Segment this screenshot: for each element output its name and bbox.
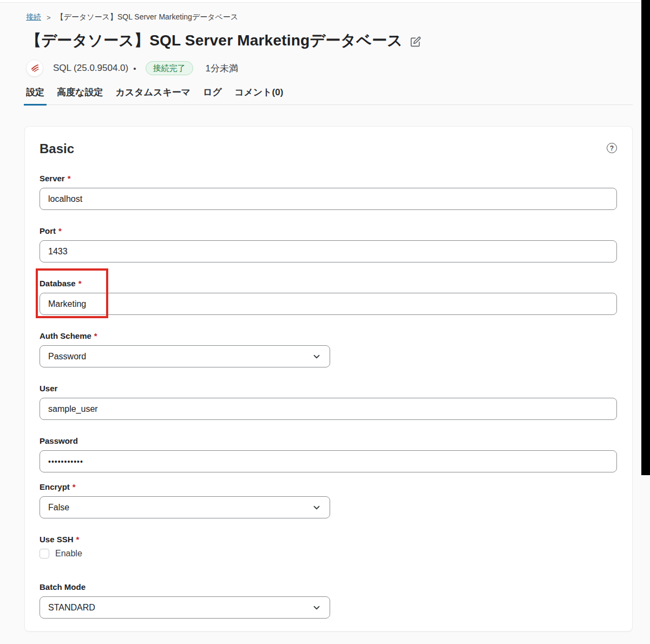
card-header: Basic ? (40, 141, 617, 156)
field-encrypt: Encrypt* False (40, 482, 617, 518)
batch-mode-value: STANDARD (48, 603, 95, 613)
password-input[interactable] (40, 450, 617, 472)
batch-mode-label: Batch Mode (40, 582, 86, 592)
user-input[interactable] (40, 398, 617, 420)
sql-server-logo-glyph (29, 63, 40, 74)
driver-version: SQL (25.0.9504.0) (53, 63, 128, 74)
use-ssh-label: Use SSH (40, 535, 74, 544)
chevron-down-icon (312, 503, 321, 512)
field-port: Port* (40, 226, 617, 262)
required-asterisk: * (58, 226, 62, 235)
window-top-edge (0, 0, 650, 3)
port-label: Port (40, 226, 56, 235)
field-user: User (40, 384, 617, 420)
encrypt-select[interactable]: False (40, 496, 330, 518)
field-database: Database* (40, 279, 617, 315)
tab-advanced-settings[interactable]: 高度な設定 (57, 86, 103, 104)
chevron-down-icon (312, 603, 321, 613)
card-title: Basic (40, 141, 74, 156)
basic-settings-card: Basic ? Server* Port* Database* (24, 126, 633, 632)
batch-mode-select[interactable]: STANDARD (40, 596, 330, 619)
auth-scheme-select[interactable]: Password (40, 345, 330, 367)
screen-artifact-bar (641, 0, 650, 475)
page-title: 【データソース】SQL Server Marketingデータベース (26, 30, 403, 51)
breadcrumb-separator: > (47, 14, 51, 22)
tab-log[interactable]: ログ (203, 86, 222, 104)
required-asterisk: * (68, 174, 71, 183)
tab-comments[interactable]: コメント(0) (234, 86, 283, 104)
card-body: Server* Port* Database* Auth Scheme* (40, 174, 617, 619)
required-asterisk: * (73, 482, 76, 491)
encrypt-value: False (48, 503, 69, 512)
field-auth-scheme: Auth Scheme* Password (40, 331, 617, 367)
edit-pencil-square-icon[interactable] (410, 36, 421, 47)
breadcrumb-link-connections[interactable]: 接続 (26, 12, 41, 22)
use-ssh-checkbox[interactable] (40, 549, 49, 558)
server-label: Server (40, 174, 65, 183)
auth-scheme-value: Password (48, 352, 86, 362)
required-asterisk: * (94, 331, 97, 340)
database-label: Database (40, 279, 76, 288)
last-connected-time: 1分未満 (206, 62, 238, 75)
field-password: Password (40, 436, 617, 472)
required-asterisk: * (78, 279, 82, 288)
connection-meta-row: SQL (25.0.9504.0) • 接続完了 1分未満 (26, 60, 633, 77)
meta-dot-separator: • (133, 64, 136, 73)
breadcrumb-current: 【データソース】SQL Server Marketingデータベース (56, 12, 239, 22)
use-ssh-checkbox-label: Enable (55, 549, 82, 558)
sql-server-logo (26, 60, 43, 77)
question-circle-icon[interactable]: ? (607, 143, 617, 153)
chevron-down-icon (312, 352, 321, 362)
field-batch-mode: Batch Mode STANDARD (40, 582, 617, 619)
page-title-row: 【データソース】SQL Server Marketingデータベース (26, 30, 633, 51)
password-label: Password (40, 436, 78, 445)
status-badge: 接続完了 (146, 61, 193, 75)
field-use-ssh: Use SSH* Enable (40, 535, 617, 558)
field-server: Server* (40, 174, 617, 210)
server-input[interactable] (40, 188, 617, 210)
required-asterisk: * (76, 535, 80, 544)
breadcrumb: 接続 > 【データソース】SQL Server Marketingデータベース (26, 12, 633, 22)
user-label: User (40, 384, 57, 393)
tab-bar: 設定 高度な設定 カスタムスキーマ ログ コメント(0) (26, 86, 633, 105)
tab-custom-schema[interactable]: カスタムスキーマ (115, 86, 191, 104)
tab-settings[interactable]: 設定 (26, 86, 44, 104)
auth-scheme-label: Auth Scheme (40, 331, 91, 340)
encrypt-label: Encrypt (40, 482, 70, 491)
database-input[interactable] (40, 293, 617, 315)
port-input[interactable] (40, 240, 617, 262)
